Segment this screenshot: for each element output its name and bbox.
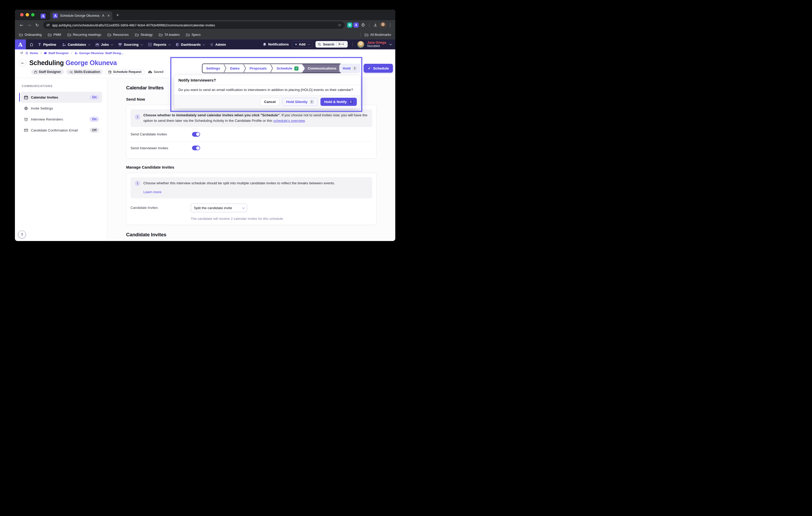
chevron-down-icon[interactable] bbox=[389, 43, 392, 45]
search-icon bbox=[318, 43, 321, 46]
manage-heading: Manage Candidate Invites bbox=[126, 165, 395, 170]
gear-icon bbox=[24, 107, 28, 110]
back-icon[interactable]: ← bbox=[18, 22, 25, 29]
calendar-edit-icon bbox=[108, 70, 111, 73]
sidebar-item-invite-settings[interactable]: Invite Settings bbox=[21, 103, 102, 114]
send-interviewer-invites-toggle[interactable] bbox=[192, 146, 200, 150]
extensions-puzzle-icon[interactable] bbox=[361, 23, 365, 27]
bookmark-folder[interactable]: TA leaders bbox=[159, 33, 180, 37]
ashby-logo[interactable]: A bbox=[15, 39, 26, 50]
help-button[interactable]: ? bbox=[18, 231, 26, 238]
home-icon[interactable] bbox=[30, 42, 33, 47]
send-now-info-text: Choose whether to immediately send calen… bbox=[143, 113, 368, 124]
job-badge[interactable]: Staff Designer bbox=[31, 69, 64, 74]
hold-and-notify-button[interactable]: Hold & Notifyi bbox=[320, 98, 357, 106]
hold-button[interactable]: Hold i bbox=[339, 64, 360, 73]
user-avatar[interactable] bbox=[357, 41, 364, 48]
new-tab-button[interactable]: + bbox=[116, 12, 119, 18]
window-controls bbox=[20, 13, 34, 17]
hold-silently-button[interactable]: Hold Silentlyi bbox=[282, 98, 318, 106]
minimize-window-button[interactable] bbox=[26, 13, 29, 17]
bookmark-star-icon[interactable]: ☆ bbox=[338, 23, 341, 27]
candidate-name: George Okuneva bbox=[65, 59, 117, 66]
step-schedule[interactable]: Schedule✓ bbox=[273, 64, 302, 73]
nav-item-jobs[interactable]: Jobs bbox=[93, 39, 115, 50]
search-button[interactable]: Search ⌘+K bbox=[316, 41, 348, 48]
toggle-row-send-candidate-invites: Send Candidate Invites bbox=[130, 128, 372, 141]
bell-icon bbox=[263, 42, 266, 46]
forward-icon[interactable]: → bbox=[26, 22, 33, 29]
calendar-icon bbox=[24, 95, 28, 99]
info-badge-icon: i bbox=[353, 66, 357, 70]
chevron-down-icon bbox=[308, 43, 310, 45]
bookmark-folder[interactable]: PMM bbox=[48, 33, 61, 37]
schedule-button[interactable]: ✓ Schedule bbox=[364, 64, 393, 73]
send-now-info: i Choose whether to immediately send cal… bbox=[130, 109, 372, 127]
notifications-button[interactable]: Notifications bbox=[263, 42, 289, 46]
folder-icon bbox=[108, 33, 111, 36]
step-communications[interactable]: Communications bbox=[302, 64, 341, 73]
active-tab[interactable]: A Schedule George Okuneva · A ✕ bbox=[50, 11, 113, 20]
bookmark-folder[interactable]: Specs bbox=[186, 33, 201, 37]
nav-item-reports[interactable]: Reports bbox=[145, 39, 173, 50]
step-dates[interactable]: Dates bbox=[226, 64, 243, 73]
all-bookmarks-button[interactable]: All Bookmarks bbox=[365, 33, 391, 37]
zoom-window-button[interactable] bbox=[31, 13, 34, 17]
sidebar-item-calendar-invites[interactable]: Calendar Invites On bbox=[21, 92, 102, 103]
notify-interviewers-dialog: Notify Interviewers? Do you want to send… bbox=[174, 75, 360, 109]
sidebar-item-candidate-confirmation-email[interactable]: Candidate Confirmation Email Off bbox=[21, 125, 102, 136]
breadcrumb-separator bbox=[40, 53, 41, 54]
close-tab-icon[interactable]: ✕ bbox=[107, 14, 110, 18]
people-icon bbox=[62, 43, 66, 46]
info-badge-icon: i bbox=[310, 100, 314, 104]
pinned-tab[interactable]: A bbox=[40, 13, 46, 19]
add-button[interactable]: + Add bbox=[292, 41, 312, 48]
dashboard-icon bbox=[176, 43, 179, 46]
address-bar[interactable]: app.ashbyhq.com/schedules/drafts/311ed05… bbox=[43, 22, 345, 29]
bookmark-folder[interactable]: Strategy bbox=[135, 33, 153, 37]
home-icon bbox=[25, 52, 28, 54]
chevron-down-icon bbox=[242, 206, 245, 209]
history-icon[interactable]: ↺ bbox=[20, 51, 23, 55]
browser-menu-icon[interactable]: ⋮ bbox=[388, 23, 392, 27]
send-candidate-invites-toggle[interactable] bbox=[192, 132, 200, 137]
nav-item-pipeline[interactable]: Pipeline bbox=[35, 39, 59, 50]
check-icon: ✓ bbox=[294, 66, 298, 70]
manage-info: i Choose whether this interview schedule… bbox=[130, 177, 372, 199]
browser-profile-avatar[interactable] bbox=[380, 22, 386, 28]
step-settings[interactable]: Settings bbox=[202, 64, 224, 73]
folder-icon bbox=[135, 33, 139, 36]
stage-badge[interactable]: →| Skills Evaluation bbox=[66, 69, 103, 74]
step-separator bbox=[224, 64, 226, 73]
schedule-overview-link[interactable]: schedule's overview bbox=[273, 119, 305, 123]
downloads-icon[interactable] bbox=[373, 23, 377, 27]
breadcrumb-job[interactable]: Staff Designer bbox=[44, 52, 69, 55]
sidebar-item-interview-reminders[interactable]: Interview Reminders On bbox=[21, 114, 102, 125]
breadcrumb-home[interactable]: Home bbox=[25, 52, 38, 55]
url-text: app.ashbyhq.com/schedules/drafts/311ed05… bbox=[52, 23, 336, 27]
site-settings-icon[interactable] bbox=[46, 23, 50, 27]
close-window-button[interactable] bbox=[20, 13, 24, 17]
step-separator bbox=[243, 64, 246, 73]
learn-more-link[interactable]: Learn more bbox=[143, 189, 162, 195]
bookmark-folder[interactable]: Onboarding bbox=[19, 33, 41, 37]
step-proposals[interactable]: Proposals bbox=[246, 64, 270, 73]
candidate-invites-select[interactable]: Split the candidate invite bbox=[191, 204, 247, 212]
ashby-extension-icon[interactable]: A bbox=[353, 23, 359, 28]
reload-icon[interactable]: ↻ bbox=[34, 22, 40, 29]
bookmark-folder[interactable]: Resources bbox=[108, 33, 129, 37]
nav-item-candidates[interactable]: Candidates bbox=[59, 39, 93, 50]
nav-item-sourcing[interactable]: Sourcing bbox=[115, 39, 145, 50]
breadcrumb-candidate[interactable]: George Okuneva: Staff Desig... bbox=[75, 52, 123, 55]
chevron-down-icon bbox=[88, 43, 90, 45]
cancel-button[interactable]: Cancel bbox=[260, 98, 280, 106]
extension-icon-teal[interactable] bbox=[347, 23, 352, 28]
funnel-icon bbox=[38, 43, 41, 46]
bookmark-folder[interactable]: Recurring meetings bbox=[67, 33, 101, 37]
user-menu[interactable]: Jane Ortega Nocobird bbox=[367, 41, 386, 48]
schedule-request-badge[interactable]: Schedule Request bbox=[105, 69, 144, 75]
ashby-favicon: A bbox=[53, 13, 58, 18]
back-button[interactable]: ← bbox=[19, 59, 26, 67]
nav-item-admin[interactable]: Admin bbox=[207, 39, 229, 50]
nav-item-dashboards[interactable]: Dashboards bbox=[173, 39, 207, 50]
